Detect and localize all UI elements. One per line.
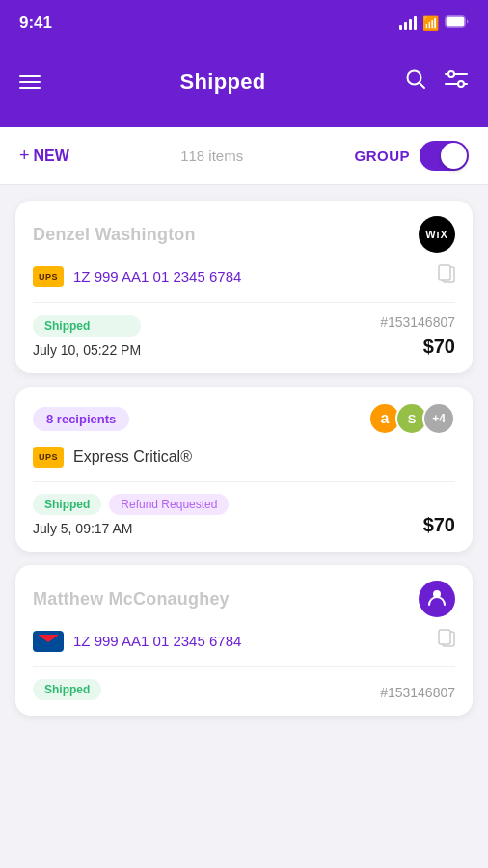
group-toggle[interactable]	[420, 141, 469, 171]
recipient-name-3: Matthew McConaughey	[33, 589, 230, 610]
nav-bar: Shipped	[0, 42, 488, 127]
filter-icon[interactable]	[444, 68, 469, 95]
user-icon	[427, 587, 447, 611]
recipient-name: Denzel Washington	[33, 225, 196, 245]
ups-carrier-badge-2: UPS	[33, 447, 64, 468]
new-button[interactable]: + NEW	[19, 146, 69, 166]
avatar-more: +4	[422, 402, 455, 435]
footer-left-3: Shipped	[33, 679, 101, 700]
footer-left-2: Shipped Refund Requested July 5, 09:17 A…	[33, 494, 229, 536]
tracking-number-3: 1Z 999 AA1 01 2345 6784	[73, 633, 428, 649]
card-divider	[33, 302, 455, 303]
plus-icon: +	[19, 146, 30, 166]
usps-carrier-badge	[33, 631, 64, 652]
order-date: July 10, 05:22 PM	[33, 342, 141, 358]
card-3-header: Matthew McConaughey	[33, 581, 455, 617]
store-badge-wix: WiX	[419, 216, 455, 253]
footer-left: Shipped July 10, 05:22 PM	[33, 315, 141, 358]
order-price-2: $70	[423, 514, 455, 536]
card-divider-3	[33, 666, 455, 667]
battery-icon	[445, 15, 469, 31]
status-time: 9:41	[19, 14, 52, 33]
toolbar: + NEW 118 items GROUP	[0, 127, 488, 185]
footer-right-3: #153146807	[380, 685, 455, 700]
store-avatars: a S +4	[368, 402, 455, 435]
order-price: $70	[423, 336, 455, 358]
refund-badge: Refund Requested	[109, 494, 229, 515]
tracking-row-1: UPS 1Z 999 AA1 01 2345 6784	[33, 264, 455, 288]
footer-right-2: $70	[423, 514, 455, 536]
tracking-number-1: 1Z 999 AA1 01 2345 6784	[73, 268, 428, 285]
order-number-3: #153146807	[380, 685, 455, 700]
page-title: Shipped	[180, 69, 266, 95]
ups-carrier-badge: UPS	[33, 266, 64, 287]
shipment-card-3[interactable]: Matthew McConaughey 1Z 999 AA1 01 2345 6…	[15, 565, 473, 716]
copy-icon-3[interactable]	[438, 629, 455, 653]
svg-point-7	[458, 81, 464, 87]
card-3-footer: Shipped #153146807	[33, 679, 455, 700]
card-1-footer: Shipped July 10, 05:22 PM #153146807 $70	[33, 314, 455, 358]
svg-rect-12	[439, 630, 450, 644]
cards-container: Denzel Washington WiX UPS 1Z 999 AA1 01 …	[0, 185, 488, 731]
shipment-card-1[interactable]: Denzel Washington WiX UPS 1Z 999 AA1 01 …	[15, 201, 473, 373]
card-2-footer: Shipped Refund Requested July 5, 09:17 A…	[33, 494, 455, 536]
order-number: #153146807	[380, 314, 455, 330]
copy-icon[interactable]	[438, 264, 455, 288]
svg-line-3	[420, 83, 424, 88]
avatar-purple	[419, 581, 455, 617]
service-row: UPS Express Critical®	[33, 447, 455, 468]
service-name: Express Critical®	[73, 448, 192, 466]
shipped-badge: Shipped	[33, 315, 141, 337]
card-1-header: Denzel Washington WiX	[33, 216, 455, 253]
recipients-badge: 8 recipients	[33, 407, 129, 431]
nav-icons	[405, 68, 469, 95]
svg-rect-9	[439, 265, 450, 280]
svg-point-6	[448, 71, 454, 77]
shipment-card-2[interactable]: 8 recipients a S +4 UPS Express Critical…	[15, 387, 473, 552]
tracking-row-3: 1Z 999 AA1 01 2345 6784	[33, 629, 455, 653]
footer-right: #153146807 $70	[380, 314, 455, 358]
shipped-badge-3: Shipped	[33, 679, 101, 700]
svg-rect-1	[447, 17, 465, 27]
search-icon[interactable]	[405, 68, 426, 95]
group-button[interactable]: GROUP	[354, 148, 410, 164]
signal-icon	[399, 16, 417, 30]
card-2-header: 8 recipients a S +4	[33, 402, 455, 435]
item-count: 118 items	[69, 148, 355, 164]
card-divider-2	[33, 481, 455, 482]
shipped-badge-2: Shipped	[33, 494, 101, 515]
menu-button[interactable]	[19, 75, 41, 89]
wifi-icon: 📶	[422, 15, 439, 31]
order-date-2: July 5, 09:17 AM	[33, 521, 229, 536]
status-bar: 9:41 📶	[0, 0, 488, 42]
status-icons: 📶	[399, 15, 469, 31]
